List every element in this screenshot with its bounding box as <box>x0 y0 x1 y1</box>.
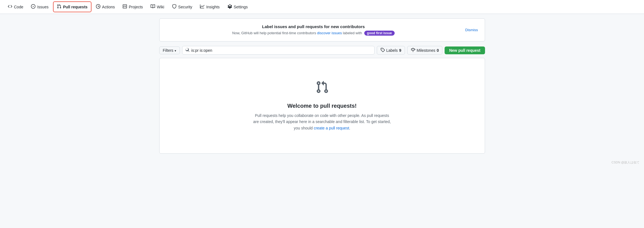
empty-state-description: Pull requests help you collaborate on co… <box>252 112 392 131</box>
nav-item-insights[interactable]: Insights <box>197 2 223 12</box>
chevron-down-icon <box>175 48 176 53</box>
nav-item-security[interactable]: Security <box>169 2 196 12</box>
nav-item-pull-requests[interactable]: Pull requests <box>53 1 91 12</box>
nav-bar: Code Issues Pull requests Actions Projec… <box>0 0 644 14</box>
search-icon <box>185 48 190 53</box>
milestones-icon <box>411 48 415 53</box>
good-first-issue-badge: good first issue <box>364 31 395 36</box>
code-icon <box>8 4 12 9</box>
milestones-count: 0 <box>437 48 439 53</box>
nav-item-issues[interactable]: Issues <box>28 2 52 12</box>
labels-text: Labels <box>386 48 398 53</box>
filters-label: Filters <box>163 48 173 53</box>
search-box <box>182 46 375 55</box>
footer-text: CSDN @故人は似て <box>612 161 640 164</box>
footer-credit: CSDN @故人は似て <box>0 158 644 167</box>
actions-icon <box>96 4 100 9</box>
label-icon <box>380 48 385 53</box>
nav-item-insights-label: Insights <box>206 5 220 9</box>
dismiss-button[interactable]: Dismiss <box>465 28 478 32</box>
banner-description: Now, GitHub will help potential first-ti… <box>166 31 461 36</box>
discover-issues-link[interactable]: discover issues <box>317 31 342 35</box>
labels-button[interactable]: Labels 9 <box>377 46 405 55</box>
milestones-button[interactable]: Milestones 0 <box>407 46 443 55</box>
empty-desc-end: . <box>349 126 350 130</box>
wiki-icon <box>151 4 155 9</box>
security-icon <box>172 4 177 9</box>
new-pull-request-button[interactable]: New pull request <box>445 46 485 54</box>
nav-item-code[interactable]: Code <box>4 2 26 12</box>
banner-desc-prefix: Now, GitHub will help potential first-ti… <box>232 31 316 35</box>
contributor-banner: Label issues and pull requests for new c… <box>159 18 485 41</box>
empty-state-icon <box>171 80 474 98</box>
create-pull-request-link[interactable]: create a pull request <box>314 126 349 130</box>
insights-icon <box>200 4 204 9</box>
nav-item-security-label: Security <box>178 5 192 9</box>
nav-item-wiki[interactable]: Wiki <box>147 2 167 12</box>
nav-item-actions-label: Actions <box>102 5 115 9</box>
banner-title: Label issues and pull requests for new c… <box>166 24 461 29</box>
nav-item-pull-requests-label: Pull requests <box>63 5 88 9</box>
banner-content: Label issues and pull requests for new c… <box>166 24 461 36</box>
milestones-text: Milestones <box>417 48 435 53</box>
nav-item-settings-label: Settings <box>234 5 248 9</box>
projects-icon <box>123 4 127 9</box>
nav-item-actions[interactable]: Actions <box>93 2 118 12</box>
nav-item-projects-label: Projects <box>129 5 143 9</box>
labels-count: 9 <box>399 48 401 53</box>
empty-state-title: Welcome to pull requests! <box>171 103 474 109</box>
empty-state: Welcome to pull requests! Pull requests … <box>159 58 485 154</box>
nav-item-projects[interactable]: Projects <box>119 2 146 12</box>
nav-item-code-label: Code <box>14 5 23 9</box>
nav-item-wiki-label: Wiki <box>157 5 164 9</box>
issues-icon <box>31 4 35 9</box>
toolbar: Filters Labels 9 Milestones 0 New pull r… <box>159 46 485 55</box>
nav-item-settings[interactable]: Settings <box>224 2 251 12</box>
filters-button[interactable]: Filters <box>159 46 180 54</box>
pr-icon <box>57 4 61 9</box>
search-input[interactable] <box>191 48 372 53</box>
banner-desc-middle: labeled with <box>343 31 363 35</box>
main-content: Label issues and pull requests for new c… <box>155 14 489 158</box>
nav-item-issues-label: Issues <box>37 5 48 9</box>
settings-icon <box>228 4 232 9</box>
